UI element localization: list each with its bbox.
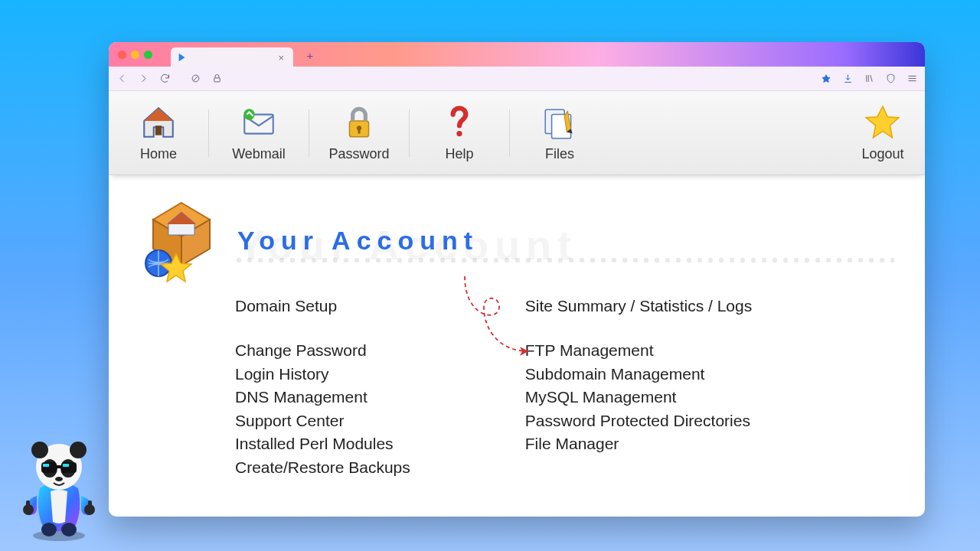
svg-point-5 xyxy=(243,109,255,120)
link-create-restore-backups[interactable]: Create/Restore Backups xyxy=(235,456,410,479)
svg-rect-2 xyxy=(214,78,220,82)
account-links: Domain Setup Change Password Login Histo… xyxy=(235,295,894,479)
link-ftp-management[interactable]: FTP Management xyxy=(525,339,752,362)
svg-point-21 xyxy=(31,442,48,458)
svg-rect-3 xyxy=(155,126,162,135)
window-controls[interactable] xyxy=(118,51,152,59)
browser-tab[interactable]: × xyxy=(171,47,293,67)
browser-titlebar: × + xyxy=(109,42,925,67)
link-dns-management[interactable]: DNS Management xyxy=(235,386,410,409)
toolbar-webmail[interactable]: Webmail xyxy=(209,91,309,174)
toolbar-logout-label: Logout xyxy=(861,146,903,162)
app-toolbar: Home Webmail Password Help xyxy=(109,91,925,175)
link-file-manager[interactable]: File Manager xyxy=(525,432,752,455)
svg-point-30 xyxy=(55,477,63,481)
reload-button[interactable] xyxy=(156,70,173,87)
account-header: Your Account Your Account xyxy=(139,198,894,282)
browser-toolbar xyxy=(109,67,925,91)
link-subdomain-management[interactable]: Subdomain Management xyxy=(525,363,752,386)
maximize-window-icon[interactable] xyxy=(144,51,152,59)
back-button[interactable] xyxy=(113,70,130,87)
svg-point-22 xyxy=(70,442,87,458)
account-icon xyxy=(139,198,224,282)
toolbar-files[interactable]: Files xyxy=(510,91,609,174)
svg-rect-29 xyxy=(63,464,69,467)
shield-icon[interactable] xyxy=(882,70,899,87)
link-login-history[interactable]: Login History xyxy=(235,363,410,386)
toolbar-home[interactable]: Home xyxy=(109,91,208,174)
svg-rect-8 xyxy=(358,129,360,133)
toolbar-webmail-label: Webmail xyxy=(232,146,286,162)
menu-icon[interactable] xyxy=(903,70,920,87)
bookmark-star-icon[interactable] xyxy=(818,70,835,87)
files-icon xyxy=(541,103,579,142)
download-icon[interactable] xyxy=(839,70,856,87)
account-links-col-2: Site Summary / Statistics / Logs FTP Man… xyxy=(525,295,752,479)
link-installed-perl-modules[interactable]: Installed Perl Modules xyxy=(235,432,410,455)
link-password-protected-directories[interactable]: Password Protected Directories xyxy=(525,409,752,432)
minimize-window-icon[interactable] xyxy=(131,51,139,59)
help-icon xyxy=(440,103,479,142)
forward-button[interactable] xyxy=(135,70,152,87)
tracking-icon[interactable] xyxy=(187,70,204,87)
svg-point-19 xyxy=(61,523,77,536)
new-tab-button[interactable]: + xyxy=(302,47,318,63)
tab-close-icon[interactable]: × xyxy=(275,52,287,64)
link-change-password[interactable]: Change Password xyxy=(235,339,410,362)
svg-point-18 xyxy=(41,523,57,536)
svg-point-9 xyxy=(456,131,462,136)
tab-favicon xyxy=(177,52,188,63)
browser-window: × + Home Webmail xyxy=(109,42,925,517)
svg-rect-28 xyxy=(43,464,49,467)
padlock-icon xyxy=(340,103,378,142)
page-content: Your Account Your Account Domain Setup C… xyxy=(109,175,925,494)
svg-rect-15 xyxy=(26,500,30,508)
home-icon xyxy=(139,103,178,142)
toolbar-logout[interactable]: Logout xyxy=(841,91,925,174)
svg-point-13 xyxy=(33,530,85,541)
account-links-col-1: Domain Setup Change Password Login Histo… xyxy=(235,295,410,479)
star-icon xyxy=(864,103,902,142)
svg-rect-17 xyxy=(88,500,92,508)
mascot-panda xyxy=(17,435,101,542)
toolbar-home-label: Home xyxy=(140,146,177,162)
library-icon[interactable] xyxy=(861,70,877,87)
link-domain-setup[interactable]: Domain Setup xyxy=(235,295,410,318)
mail-icon xyxy=(240,103,278,142)
toolbar-files-label: Files xyxy=(545,146,574,162)
toolbar-help[interactable]: Help xyxy=(410,91,509,174)
toolbar-password[interactable]: Password xyxy=(309,91,409,174)
toolbar-password-label: Password xyxy=(328,146,389,162)
page-title: Your Account xyxy=(237,226,479,256)
svg-marker-0 xyxy=(179,54,185,62)
link-mysql-management[interactable]: MySQL Management xyxy=(525,386,752,409)
link-site-summary[interactable]: Site Summary / Statistics / Logs xyxy=(525,295,752,318)
toolbar-help-label: Help xyxy=(445,146,473,162)
link-support-center[interactable]: Support Center xyxy=(235,409,410,432)
svg-rect-27 xyxy=(55,465,63,468)
lock-icon[interactable] xyxy=(208,70,225,87)
close-window-icon[interactable] xyxy=(118,51,126,59)
